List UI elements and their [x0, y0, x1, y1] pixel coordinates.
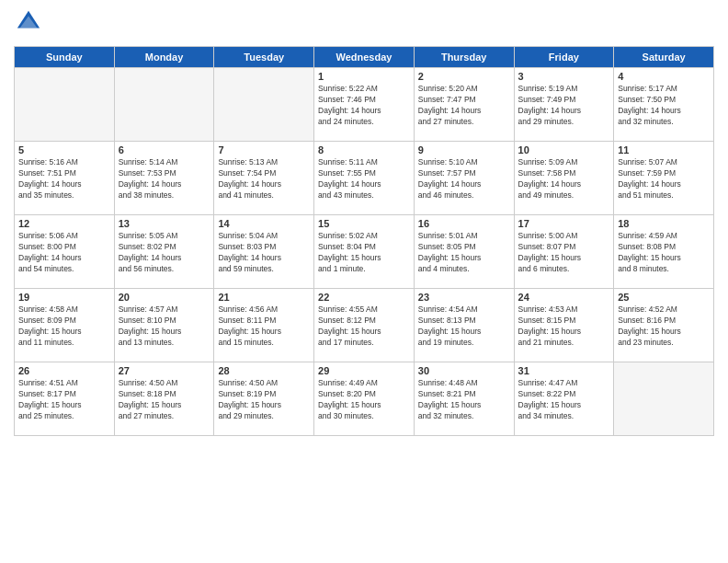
logo	[14, 9, 41, 39]
calendar-cell: 7Sunrise: 5:13 AM Sunset: 7:54 PM Daylig…	[214, 142, 314, 215]
calendar-cell: 11Sunrise: 5:07 AM Sunset: 7:59 PM Dayli…	[614, 142, 714, 215]
day-info: Sunrise: 4:57 AM Sunset: 8:10 PM Dayligh…	[119, 304, 210, 349]
day-info: Sunrise: 5:05 AM Sunset: 8:02 PM Dayligh…	[119, 231, 210, 275]
calendar-cell	[614, 362, 714, 436]
calendar-cell: 4Sunrise: 5:17 AM Sunset: 7:50 PM Daylig…	[614, 68, 714, 142]
day-info: Sunrise: 5:20 AM Sunset: 7:47 PM Dayligh…	[418, 84, 510, 128]
day-number: 9	[418, 144, 510, 155]
day-info: Sunrise: 4:52 AM Sunset: 8:16 PM Dayligh…	[618, 304, 710, 349]
day-info: Sunrise: 5:00 AM Sunset: 8:07 PM Dayligh…	[518, 231, 610, 275]
calendar-cell: 18Sunrise: 4:59 AM Sunset: 8:08 PM Dayli…	[614, 215, 714, 289]
day-info: Sunrise: 4:59 AM Sunset: 8:08 PM Dayligh…	[618, 231, 710, 275]
day-number: 24	[518, 292, 610, 303]
week-row-3: 19Sunrise: 4:58 AM Sunset: 8:09 PM Dayli…	[15, 289, 714, 362]
calendar-cell: 17Sunrise: 5:00 AM Sunset: 8:07 PM Dayli…	[514, 215, 614, 289]
day-number: 22	[318, 292, 410, 303]
calendar-cell: 24Sunrise: 4:53 AM Sunset: 8:15 PM Dayli…	[514, 289, 614, 362]
calendar-cell: 29Sunrise: 4:49 AM Sunset: 8:20 PM Dayli…	[314, 362, 415, 436]
week-row-0: 1Sunrise: 5:22 AM Sunset: 7:46 PM Daylig…	[15, 68, 714, 142]
week-row-2: 12Sunrise: 5:06 AM Sunset: 8:00 PM Dayli…	[15, 215, 714, 289]
calendar-cell	[15, 68, 115, 142]
calendar-cell: 28Sunrise: 4:50 AM Sunset: 8:19 PM Dayli…	[214, 362, 314, 436]
calendar-cell: 1Sunrise: 5:22 AM Sunset: 7:46 PM Daylig…	[314, 68, 415, 142]
calendar-cell: 26Sunrise: 4:51 AM Sunset: 8:17 PM Dayli…	[15, 362, 115, 436]
calendar-cell: 5Sunrise: 5:16 AM Sunset: 7:51 PM Daylig…	[15, 142, 115, 215]
day-info: Sunrise: 5:13 AM Sunset: 7:54 PM Dayligh…	[218, 157, 310, 201]
calendar-cell: 21Sunrise: 4:56 AM Sunset: 8:11 PM Dayli…	[214, 289, 314, 362]
day-number: 21	[218, 292, 310, 303]
calendar-cell: 13Sunrise: 5:05 AM Sunset: 8:02 PM Dayli…	[114, 215, 214, 289]
calendar-cell: 10Sunrise: 5:09 AM Sunset: 7:58 PM Dayli…	[514, 142, 614, 215]
calendar-cell: 3Sunrise: 5:19 AM Sunset: 7:49 PM Daylig…	[514, 68, 614, 142]
calendar-cell: 25Sunrise: 4:52 AM Sunset: 8:16 PM Dayli…	[614, 289, 714, 362]
weekday-wednesday: Wednesday	[314, 47, 415, 68]
day-info: Sunrise: 5:17 AM Sunset: 7:50 PM Dayligh…	[618, 84, 710, 128]
day-number: 6	[119, 144, 210, 155]
day-number: 31	[518, 365, 610, 376]
weekday-sunday: Sunday	[15, 47, 115, 68]
day-number: 5	[18, 144, 110, 155]
day-number: 18	[618, 218, 710, 229]
day-info: Sunrise: 5:16 AM Sunset: 7:51 PM Dayligh…	[18, 157, 110, 201]
calendar-cell: 8Sunrise: 5:11 AM Sunset: 7:55 PM Daylig…	[314, 142, 415, 215]
day-number: 4	[618, 71, 710, 82]
day-number: 29	[318, 365, 410, 376]
logo-icon	[16, 9, 41, 35]
day-info: Sunrise: 4:54 AM Sunset: 8:13 PM Dayligh…	[418, 304, 510, 349]
day-number: 15	[318, 218, 410, 229]
calendar-cell: 30Sunrise: 4:48 AM Sunset: 8:21 PM Dayli…	[414, 362, 514, 436]
day-info: Sunrise: 4:49 AM Sunset: 8:20 PM Dayligh…	[318, 378, 410, 422]
calendar-cell: 14Sunrise: 5:04 AM Sunset: 8:03 PM Dayli…	[214, 215, 314, 289]
day-info: Sunrise: 5:19 AM Sunset: 7:49 PM Dayligh…	[518, 84, 610, 128]
day-number: 12	[18, 218, 110, 229]
calendar-cell: 31Sunrise: 4:47 AM Sunset: 8:22 PM Dayli…	[514, 362, 614, 436]
day-number: 19	[18, 292, 110, 303]
day-number: 2	[418, 71, 510, 82]
day-info: Sunrise: 4:48 AM Sunset: 8:21 PM Dayligh…	[418, 378, 510, 422]
day-info: Sunrise: 4:47 AM Sunset: 8:22 PM Dayligh…	[518, 378, 610, 422]
day-number: 10	[518, 144, 610, 155]
day-info: Sunrise: 5:04 AM Sunset: 8:03 PM Dayligh…	[218, 231, 310, 275]
day-number: 20	[119, 292, 210, 303]
calendar-cell: 15Sunrise: 5:02 AM Sunset: 8:04 PM Dayli…	[314, 215, 415, 289]
day-info: Sunrise: 4:50 AM Sunset: 8:19 PM Dayligh…	[218, 378, 310, 422]
calendar-cell: 16Sunrise: 5:01 AM Sunset: 8:05 PM Dayli…	[414, 215, 514, 289]
calendar-cell	[214, 68, 314, 142]
day-info: Sunrise: 4:58 AM Sunset: 8:09 PM Dayligh…	[18, 304, 110, 349]
weekday-thursday: Thursday	[414, 47, 514, 68]
day-number: 27	[119, 365, 210, 376]
day-info: Sunrise: 5:14 AM Sunset: 7:53 PM Dayligh…	[119, 157, 210, 201]
calendar-cell: 2Sunrise: 5:20 AM Sunset: 7:47 PM Daylig…	[414, 68, 514, 142]
weekday-tuesday: Tuesday	[214, 47, 314, 68]
calendar-cell	[114, 68, 214, 142]
weekday-saturday: Saturday	[614, 47, 714, 68]
calendar-page: SundayMondayTuesdayWednesdayThursdayFrid…	[0, 0, 728, 563]
day-number: 8	[318, 144, 410, 155]
day-number: 25	[618, 292, 710, 303]
day-info: Sunrise: 5:10 AM Sunset: 7:57 PM Dayligh…	[418, 157, 510, 201]
day-info: Sunrise: 4:55 AM Sunset: 8:12 PM Dayligh…	[318, 304, 410, 349]
calendar-cell: 9Sunrise: 5:10 AM Sunset: 7:57 PM Daylig…	[414, 142, 514, 215]
day-number: 28	[218, 365, 310, 376]
day-info: Sunrise: 5:09 AM Sunset: 7:58 PM Dayligh…	[518, 157, 610, 201]
calendar-cell: 22Sunrise: 4:55 AM Sunset: 8:12 PM Dayli…	[314, 289, 415, 362]
day-number: 3	[518, 71, 610, 82]
week-row-4: 26Sunrise: 4:51 AM Sunset: 8:17 PM Dayli…	[15, 362, 714, 436]
day-info: Sunrise: 5:01 AM Sunset: 8:05 PM Dayligh…	[418, 231, 510, 275]
day-info: Sunrise: 5:06 AM Sunset: 8:00 PM Dayligh…	[18, 231, 110, 275]
calendar-cell: 12Sunrise: 5:06 AM Sunset: 8:00 PM Dayli…	[15, 215, 115, 289]
weekday-friday: Friday	[514, 47, 614, 68]
weekday-monday: Monday	[114, 47, 214, 68]
day-info: Sunrise: 5:11 AM Sunset: 7:55 PM Dayligh…	[318, 157, 410, 201]
day-info: Sunrise: 4:50 AM Sunset: 8:18 PM Dayligh…	[119, 378, 210, 422]
day-number: 23	[418, 292, 510, 303]
day-info: Sunrise: 4:56 AM Sunset: 8:11 PM Dayligh…	[218, 304, 310, 349]
day-number: 13	[119, 218, 210, 229]
day-info: Sunrise: 5:07 AM Sunset: 7:59 PM Dayligh…	[618, 157, 710, 201]
day-number: 26	[18, 365, 110, 376]
day-number: 16	[418, 218, 510, 229]
calendar-cell: 20Sunrise: 4:57 AM Sunset: 8:10 PM Dayli…	[114, 289, 214, 362]
day-number: 17	[518, 218, 610, 229]
day-number: 11	[618, 144, 710, 155]
day-number: 14	[218, 218, 310, 229]
